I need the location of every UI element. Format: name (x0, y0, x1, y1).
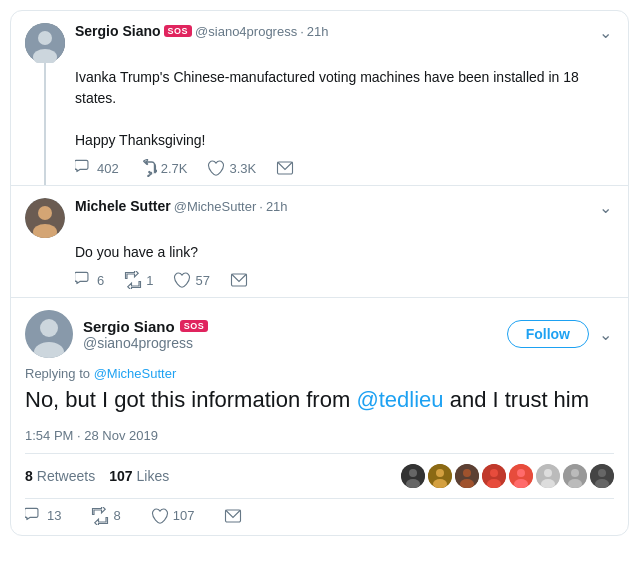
tweet-1-actions: 402 2.7K 3.3K (75, 159, 614, 177)
replying-to: Replying to @MicheSutter (25, 366, 614, 381)
likes-stat: 107 Likes (109, 468, 169, 484)
tweet-1-body: Ivanka Trump's Chinese-manufactured voti… (75, 67, 614, 151)
svg-point-1 (38, 31, 52, 45)
main-display-name: Sergio Siano SOS (83, 318, 507, 335)
main-tweet: Sergio Siano SOS @siano4progress Follow … (11, 298, 628, 535)
svg-point-5 (38, 206, 52, 220)
tweet-1-header: Sergio Siano SOS @siano4progress · 21h ⌄ (25, 23, 614, 63)
heart-icon-main (151, 507, 169, 525)
main-display-name-text: Sergio Siano (83, 318, 175, 335)
tweet-2-retweet-count: 1 (146, 273, 153, 288)
stats-row: 8 Retweets 107 Likes (25, 453, 614, 499)
svg-point-9 (40, 319, 58, 337)
avatar-sergio-main (25, 310, 73, 358)
svg-point-12 (409, 469, 417, 477)
tweet-1-username: @siano4progress (195, 24, 297, 39)
liker-avatar-2 (428, 464, 452, 488)
retweet-icon-main (91, 507, 109, 525)
mail-icon-main (224, 507, 242, 525)
tweet-2-retweet-btn[interactable]: 1 (124, 271, 153, 289)
tweet-1-chevron[interactable]: ⌄ (597, 23, 614, 42)
mail-icon-2 (230, 271, 248, 289)
avatar-michele (25, 198, 65, 238)
tweet-1-retweet-count: 2.7K (161, 161, 188, 176)
svg-point-30 (571, 469, 579, 477)
main-sos-badge: SOS (180, 320, 209, 332)
main-username: @siano4progress (83, 335, 507, 351)
main-reply-btn[interactable]: 13 (25, 507, 61, 525)
reply-icon (75, 159, 93, 177)
likes-label: Likes (137, 468, 170, 484)
tweet-2-header: Michele Sutter @MicheSutter · 21h ⌄ (25, 198, 614, 238)
replying-to-prefix: Replying to (25, 366, 94, 381)
tweet-2-reply-count: 6 (97, 273, 104, 288)
main-mail-btn[interactable] (224, 507, 242, 525)
tweet-1-like-count: 3.3K (229, 161, 256, 176)
svg-point-24 (517, 469, 525, 477)
heart-icon-1 (207, 159, 225, 177)
main-retweet-btn[interactable]: 8 (91, 507, 120, 525)
tweet-1-time: 21h (307, 24, 329, 39)
tweet-1-sos-badge: SOS (164, 25, 193, 37)
tweet-1: Sergio Siano SOS @siano4progress · 21h ⌄… (11, 11, 628, 186)
tweet-2-like-btn[interactable]: 57 (173, 271, 209, 289)
tweet-2-mail-btn[interactable] (230, 271, 248, 289)
svg-point-15 (436, 469, 444, 477)
thread-line (44, 63, 46, 185)
retweet-icon-2 (124, 271, 142, 289)
svg-point-27 (544, 469, 552, 477)
follow-button[interactable]: Follow (507, 320, 589, 348)
tweet-2-time: 21h (266, 199, 288, 214)
tweet-text-part2: and I trust him (444, 387, 590, 412)
svg-point-21 (490, 469, 498, 477)
tweet-2-reply-btn[interactable]: 6 (75, 271, 104, 289)
tweet-1-retweet-btn[interactable]: 2.7K (139, 159, 188, 177)
main-reply-count: 13 (47, 508, 61, 523)
tweet-1-body-line1: Ivanka Trump's Chinese-manufactured voti… (75, 67, 614, 109)
main-like-btn[interactable]: 107 (151, 507, 195, 525)
liker-avatar-7 (563, 464, 587, 488)
liker-avatars (401, 464, 614, 488)
retweets-label: Retweets (37, 468, 95, 484)
tweet-2-user-info: Michele Sutter @MicheSutter · 21h (75, 198, 597, 214)
tweet-link-tedlieu[interactable]: @tedlieu (356, 387, 443, 412)
tweet-1-reply-btn[interactable]: 402 (75, 159, 119, 177)
svg-point-18 (463, 469, 471, 477)
tweet-1-like-btn[interactable]: 3.3K (207, 159, 256, 177)
reply-icon-2 (75, 271, 93, 289)
main-user-info: Sergio Siano SOS @siano4progress (83, 318, 507, 351)
tweet-1-dot: · (300, 24, 304, 39)
main-tweet-header: Sergio Siano SOS @siano4progress Follow … (25, 310, 614, 358)
svg-point-33 (598, 469, 606, 477)
tweet-1-mail-btn[interactable] (276, 159, 294, 177)
tweet-2-dot: · (259, 199, 263, 214)
likes-count: 107 (109, 468, 132, 484)
tweet-2-chevron[interactable]: ⌄ (597, 198, 614, 217)
tweet-2-username: @MicheSutter (174, 199, 257, 214)
liker-avatar-8 (590, 464, 614, 488)
avatar-michele-img (25, 198, 65, 238)
reply-icon-main (25, 507, 43, 525)
avatar-sergio-main-img (25, 310, 73, 358)
avatar-sergio-1 (25, 23, 65, 63)
retweets-count: 8 (25, 468, 33, 484)
avatar-sergio-1-img (25, 23, 65, 63)
liker-avatar-1 (401, 464, 425, 488)
main-retweet-count: 8 (113, 508, 120, 523)
tweet-2-actions: 6 1 57 (75, 271, 614, 289)
heart-icon-2 (173, 271, 191, 289)
main-tweet-text: No, but I got this information from @ted… (25, 385, 614, 416)
replying-to-user[interactable]: @MicheSutter (94, 366, 177, 381)
liker-avatar-6 (536, 464, 560, 488)
tweet-2-display-name: Michele Sutter (75, 198, 171, 214)
tweet-1-body-line2: Happy Thanksgiving! (75, 130, 614, 151)
tweet-text-part1: No, but I got this information from (25, 387, 356, 412)
mail-icon-1 (276, 159, 294, 177)
liker-avatar-3 (455, 464, 479, 488)
tweet-timestamp: 1:54 PM · 28 Nov 2019 (25, 428, 614, 443)
tweet-1-user-info: Sergio Siano SOS @siano4progress · 21h (75, 23, 597, 39)
main-tweet-chevron[interactable]: ⌄ (597, 325, 614, 344)
tweet-2-like-count: 57 (195, 273, 209, 288)
liker-avatar-5 (509, 464, 533, 488)
liker-avatar-4 (482, 464, 506, 488)
